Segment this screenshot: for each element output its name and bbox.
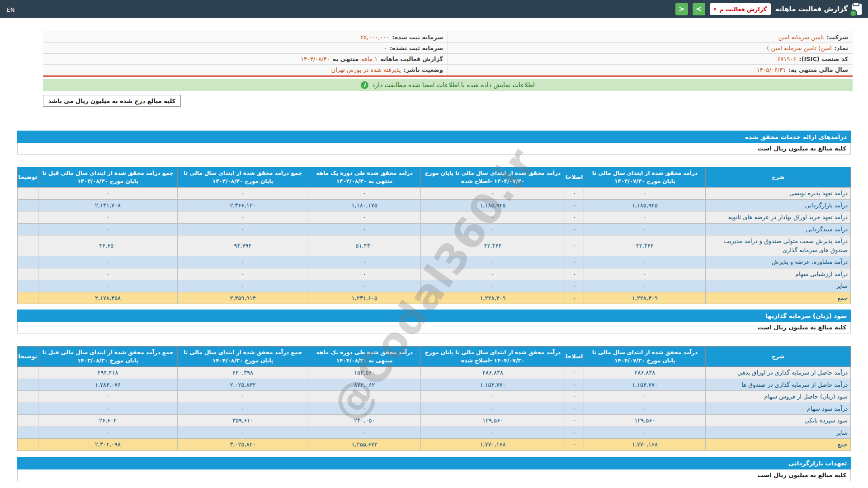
row-label: سایر [706, 280, 851, 292]
value-cell: ۰ [565, 235, 584, 256]
column-header: درآمد محقق شده از ابتدای سال مالی تا پای… [421, 167, 565, 188]
info-half-right: سال مالی منتهی به:۱۴۰۵/۰۶/۳۱ [448, 65, 853, 75]
column-header: اصلاحات [565, 347, 584, 367]
note-cell [18, 223, 38, 235]
row-label: سود (زیان) حاصل از فروش سهام [706, 391, 851, 403]
language-toggle-en[interactable]: EN [6, 6, 15, 13]
value-cell: ۰ [421, 427, 565, 439]
value-cell: ۰ [308, 188, 421, 200]
info-half-right: نماد:امین( تامین سرمایه امین ) [448, 43, 853, 53]
row-label: درآمد سود سهام [706, 403, 851, 415]
row-label: درآمد بازارگردانی [706, 199, 851, 211]
value-cell: ۰ [565, 256, 584, 268]
value-cell: ۰ [565, 403, 584, 415]
value-cell: ۰ [565, 199, 584, 211]
value-cell: ۱,۱۸۰,۱۷۵ [308, 199, 421, 211]
red-divider [43, 75, 853, 77]
table-row: درآمد حاصل از سرمایه گذاری در اوراق بدهی… [18, 367, 851, 379]
value-cell: ۰ [177, 391, 308, 403]
value-cell: ۶۴۰,۳۹۸ [177, 367, 308, 379]
value-cell: ۰ [421, 280, 565, 292]
info-row: شرکت:تامین سرمایه امینسرمایه ثبت شده:۲۵,… [43, 32, 853, 43]
section-unit-note-2: کلیه مبالغ به میلیون ریال است [17, 322, 851, 333]
note-cell [18, 280, 38, 292]
value-cell: ۰ [565, 292, 584, 304]
info-half-right: شرکت:تامین سرمایه امین [448, 32, 853, 42]
section-header-investment-profit: سود (زیان) سرمایه گذاریها [17, 310, 851, 322]
info-half-left: گزارش فعالیت ماهانه۱ ماههمنتهی به۱۴۰۴/۰۸… [43, 54, 448, 64]
row-label: درآمد حاصل از سرمایه گذاری در اوراق بدهی [706, 367, 851, 379]
section-header-market-making: تعهدات بازارگردانی [17, 457, 851, 469]
value-cell: ۰ [565, 439, 584, 451]
value-cell: ۳,۰۲۵,۸۴۰ [177, 439, 308, 451]
value-cell: ۰ [177, 280, 308, 292]
note-cell [18, 391, 38, 403]
note-cell [18, 367, 38, 379]
value-cell: ۱۵۳,۵۶۰ [308, 367, 421, 379]
value-cell: ۰ [38, 391, 178, 403]
info-label: منتهی به [333, 56, 359, 62]
table-row: درآمد پذیرش سمت متولی صندوق و درآمد مدیر… [18, 235, 851, 256]
row-label: سود سپرده بانکی [706, 415, 851, 427]
info-value: امین( تامین سرمایه امین ) [767, 45, 831, 52]
value-cell: ۲,۰۲۵,۸۳۲ [177, 379, 308, 391]
previous-report-button[interactable]: < [675, 3, 688, 15]
value-cell: ۰ [38, 256, 178, 268]
column-header: درآمد محقق شده از ابتدای سال مالی تا پای… [584, 167, 706, 188]
chevron-down-icon: ▾ [714, 6, 717, 12]
info-label: سال مالی منتهی به: [788, 66, 848, 73]
row-label: درآمد پذیرش سمت متولی صندوق و درآمد مدیر… [706, 235, 851, 256]
column-header: شرح [706, 167, 851, 188]
value-cell: ۱۲۹,۵۶۰ [421, 415, 565, 427]
table-row: سایر۰۰۰۰۰۰ [18, 427, 851, 439]
info-label: وضعیت ناشر: [404, 66, 443, 73]
page-title: گزارش فعالیت ماهانه [775, 5, 848, 13]
value-cell: ۴۸۶,۸۳۸ [421, 367, 565, 379]
report-type-dropdown[interactable]: گزارش فعالیت م ▾ [710, 3, 771, 15]
row-label: درآمد مشاوره، عرضه و پذیرش [706, 256, 851, 268]
value-cell: ۱,۷۸۳,۰۷۶ [38, 379, 178, 391]
value-cell: ۰ [565, 427, 584, 439]
value-cell: ۸۷۲,۰۶۲ [308, 379, 421, 391]
info-label: کد صنعت (ISIC): [799, 56, 848, 62]
note-cell [18, 292, 38, 304]
value-cell: ۰ [565, 367, 584, 379]
value-cell: ۰ [421, 211, 565, 224]
info-half-left: وضعیت ناشر:پذیرفته شده در بورس تهران [43, 65, 448, 75]
value-cell: ۰ [308, 211, 421, 224]
value-cell: ۲۶,۶۰۴ [38, 415, 178, 427]
note-cell [18, 268, 38, 280]
info-icon: i [361, 81, 368, 89]
value-cell: ۴۲,۳۶۴ [584, 235, 706, 256]
value-cell: ۰ [421, 223, 565, 235]
topbar-right-group: ✓ گزارش فعالیت ماهانه گزارش فعالیت م ▾ >… [675, 3, 862, 15]
table-row: سایر۰۰۰۰۰۰ [18, 280, 851, 292]
services-revenue-table: شرحدرآمد محقق شده از ابتدای سال مالی تا … [17, 167, 851, 304]
row-label: درآمد حاصل از سرمایه گذاری در صندوق ها [706, 379, 851, 391]
next-report-button[interactable]: > [693, 3, 705, 15]
info-half-left: سرمایه ثبت شده:۲۵,۰۰۰,۰۰۰ [43, 32, 448, 42]
info-label: سرمایه ثبت نشده: [390, 45, 443, 52]
signature-match-notice: اطلاعات نمایش داده شده با اطلاعات امضا ش… [43, 79, 853, 91]
info-value: تامین سرمایه امین [778, 34, 824, 41]
value-cell: ۰ [177, 188, 308, 200]
value-cell: ۱,۱۵۳,۷۷۰ [421, 379, 565, 391]
value-cell: ۰ [584, 268, 706, 280]
value-cell: ۱,۱۸۵,۹۴۵ [421, 199, 565, 211]
info-value: ۱۴۰۵/۰۶/۳۱ [757, 66, 786, 73]
company-info-table: شرکت:تامین سرمایه امینسرمایه ثبت شده:۲۵,… [43, 32, 853, 75]
note-cell [18, 439, 38, 451]
value-cell: ۰ [565, 223, 584, 235]
column-header: جمع درآمد محقق شده از ابتدای سال مالی تا… [177, 167, 308, 188]
info-half-right: کد صنعت (ISIC):۶۷۱۹۰۶ [448, 54, 853, 64]
table-row: درآمد تعهد پذیره نویسی۰۰۰۰۰۰ [18, 188, 851, 200]
value-cell: ۰ [308, 268, 421, 280]
value-cell: ۱,۲۲۸,۳۰۹ [584, 292, 706, 304]
header-row: شرحدرآمد محقق شده از ابتدای سال مالی تا … [18, 167, 851, 188]
section-unit-note-1: کلیه مبالغ به میلیون ریال است [17, 143, 851, 155]
column-header: جمع درآمد محقق شده از ابتدای سال مالی قب… [38, 167, 178, 188]
info-value: پذیرفته شده در بورس تهران [331, 66, 401, 73]
info-value: ۱۴۰۴/۰۸/۳۰ [301, 56, 330, 62]
value-cell: ۴۸۶,۸۳۸ [584, 367, 706, 379]
value-cell: ۹۳,۷۹۴ [177, 235, 308, 256]
